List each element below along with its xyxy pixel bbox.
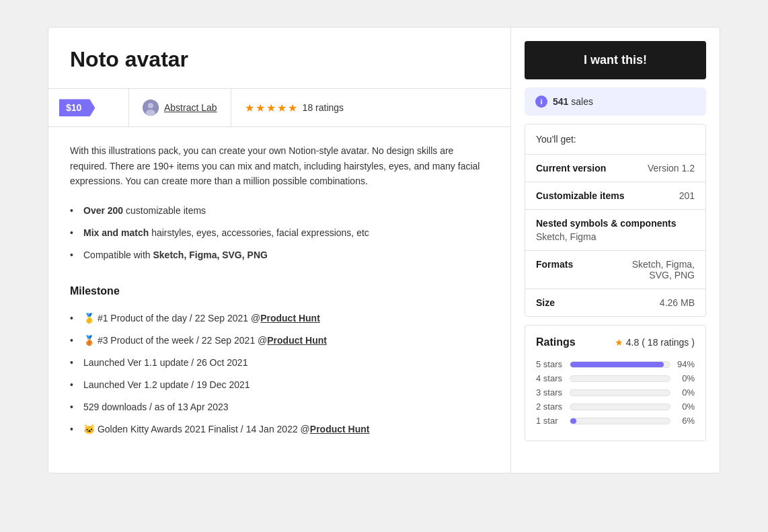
rating-3-label: 3 stars [536, 387, 564, 397]
right-panel: I want this! i 541 sales You'll get: Cur… [511, 28, 720, 473]
milestone-title: Milestone [70, 282, 489, 300]
buy-button[interactable]: I want this! [525, 41, 706, 79]
feature-1: Over 200 customizable items [70, 200, 489, 222]
creator-section: Abstract Lab [129, 89, 231, 126]
rating-4-label: 4 stars [536, 373, 564, 383]
size-label: Size [536, 297, 617, 308]
rating-1-label: 1 star [536, 416, 564, 426]
customizable-items-label: Customizable items [536, 190, 624, 201]
svg-point-1 [148, 103, 153, 108]
milestone-2: 🥉 #3 Product of the week / 22 Sep 2021 @… [70, 330, 489, 352]
ratings-count-label: ( [642, 337, 645, 348]
features-list: Over 200 customizable items Mix and matc… [70, 200, 489, 266]
rating-bar-3: 3 stars 0% [536, 387, 695, 397]
milestone-6: 🐱 Golden Kitty Awards 2021 Finalist / 14… [70, 418, 489, 441]
rating-4-track [570, 375, 670, 382]
nested-symbols-value: Sketch, Figma [536, 231, 695, 242]
size-value: 4.26 MB [660, 297, 695, 308]
rating-2-label: 2 stars [536, 402, 564, 412]
info-icon: i [535, 96, 547, 108]
ratings-header: Ratings ★ 4.8 (18 ratings) [536, 336, 695, 348]
rating-5-pct: 94% [676, 359, 695, 369]
rating-5-label: 5 stars [536, 359, 564, 369]
ratings-paren-close: ) [691, 337, 695, 348]
star-display: ★ ★ ★ ★ ★ [245, 102, 297, 114]
ratings-average: 4.8 [626, 337, 639, 348]
sales-count: 541 sales [553, 96, 593, 107]
milestone-4: Launched Ver 1.2 update / 19 Dec 2021 [70, 374, 489, 396]
rating-3-pct: 0% [676, 387, 695, 397]
feature-2: Mix and match hairstyles, eyes, accessor… [70, 222, 489, 244]
rating-1-pct: 6% [676, 416, 695, 426]
star-3: ★ [266, 102, 276, 114]
ratings-section: ★ ★ ★ ★ ★ 18 ratings [231, 89, 357, 126]
product-description: With this illustrations pack, you can cr… [48, 127, 510, 473]
product-meta-bar: $10 Abstract Lab ★ ★ ★ ★ ★ [48, 89, 510, 127]
star-2: ★ [256, 102, 265, 114]
rating-2-track [570, 404, 670, 410]
size-row: Size 4.26 MB [525, 289, 705, 316]
rating-bar-1: 1 star 6% [536, 416, 695, 426]
ph-link-3[interactable]: Product Hunt [310, 424, 370, 434]
sales-label: sales [571, 96, 593, 107]
you-get-header: You'll get: [525, 124, 705, 155]
ratings-count: 18 ratings [648, 337, 689, 348]
ratings-count: 18 ratings [303, 102, 344, 113]
summary-star-icon: ★ [615, 337, 623, 348]
ratings-card: Ratings ★ 4.8 (18 ratings) 5 stars 94% 4… [525, 325, 706, 441]
current-version-row: Current version Version 1.2 [525, 155, 705, 182]
rating-5-track [570, 361, 670, 368]
formats-row: Formats Sketch, Figma, SVG, PNG [525, 251, 705, 289]
formats-label: Formats [536, 259, 617, 270]
feature-3-bold: Sketch, Figma, SVG, PNG [153, 250, 268, 260]
price-badge: $10 [48, 89, 129, 126]
price-tag: $10 [59, 99, 95, 116]
ph-link-2[interactable]: Product Hunt [267, 335, 327, 346]
feature-3: Compatible with Sketch, Figma, SVG, PNG [70, 244, 489, 266]
creator-avatar [143, 100, 159, 116]
formats-value: Sketch, Figma, SVG, PNG [617, 259, 695, 280]
creator-name[interactable]: Abstract Lab [164, 102, 217, 113]
feature-2-bold: Mix and match [83, 227, 149, 238]
customizable-items-row: Customizable items 201 [525, 182, 705, 210]
rating-1-fill [570, 418, 576, 424]
rating-bar-5: 5 stars 94% [536, 359, 695, 369]
rating-1-track [570, 418, 670, 424]
customizable-items-value: 201 [679, 190, 695, 201]
star-1: ★ [245, 102, 254, 114]
star-4: ★ [277, 102, 286, 114]
rating-4-pct: 0% [676, 373, 695, 383]
rating-3-track [570, 389, 670, 396]
product-title-section: Noto avatar [48, 28, 510, 89]
sales-number: 541 [553, 96, 568, 107]
rating-bar-2: 2 stars 0% [536, 402, 695, 412]
nested-symbols-row: Nested symbols & components Sketch, Figm… [525, 210, 705, 251]
left-panel: Noto avatar $10 Abstract Lab ★ [48, 28, 511, 473]
nested-symbols-label: Nested symbols & components [536, 218, 695, 229]
ratings-title: Ratings [536, 336, 576, 348]
rating-bar-4: 4 stars 0% [536, 373, 695, 383]
milestone-3: Launched Ver 1.1 update / 26 Oct 2021 [70, 352, 489, 374]
ph-link-1[interactable]: Product Hunt [260, 313, 320, 324]
feature-1-bold: Over 200 [83, 205, 123, 216]
milestone-5: 529 downloads / as of 13 Apr 2023 [70, 396, 489, 418]
product-details-card: You'll get: Current version Version 1.2 … [525, 124, 706, 317]
current-version-value: Version 1.2 [648, 163, 695, 174]
milestone-1: 🥇 #1 Product of the day / 22 Sep 2021 @P… [70, 307, 489, 330]
milestone-list: 🥇 #1 Product of the day / 22 Sep 2021 @P… [70, 307, 489, 441]
star-5: ★ [288, 102, 297, 114]
rating-2-pct: 0% [676, 402, 695, 412]
rating-5-fill [570, 362, 664, 367]
main-container: Noto avatar $10 Abstract Lab ★ [48, 27, 720, 473]
product-title: Noto avatar [70, 46, 489, 72]
current-version-label: Current version [536, 163, 617, 174]
sales-badge: i 541 sales [525, 87, 706, 116]
description-paragraph: With this illustrations pack, you can cr… [70, 143, 489, 188]
ratings-summary: ★ 4.8 (18 ratings) [615, 337, 695, 348]
